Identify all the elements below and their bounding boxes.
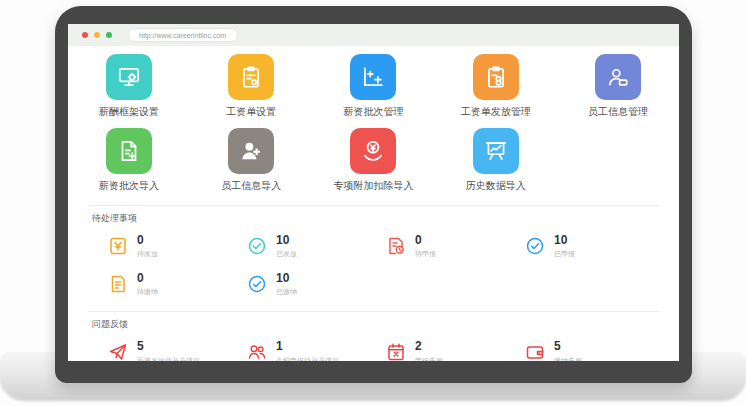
stat-count: 1 xyxy=(276,340,339,353)
stat-label: 待发放 xyxy=(137,249,158,259)
tile-label: 薪资批次管理 xyxy=(343,105,403,119)
screen: http://www.careerintlinc.com 薪酬框架设置 xyxy=(68,24,679,361)
tile-special-deduction-import[interactable]: 专项附加扣除导入 xyxy=(312,128,434,193)
tile-salary-batch-management[interactable]: 薪资批次管理 xyxy=(312,54,434,119)
stat-label: 待申报 xyxy=(415,249,436,259)
close-window-icon[interactable] xyxy=(82,32,88,38)
stat-count: 5 xyxy=(554,340,582,353)
tile-label: 员工信息导入 xyxy=(221,179,281,193)
tile-employee-info-management[interactable]: 员工信息管理 xyxy=(557,54,679,119)
maximize-window-icon[interactable] xyxy=(106,32,112,38)
monitor-gear-icon xyxy=(106,54,152,100)
stat-declared[interactable]: 10 已申报 xyxy=(525,234,664,259)
tax-hand-icon xyxy=(350,128,396,174)
tile-label: 历史数据导入 xyxy=(466,179,526,193)
yen-doc-icon xyxy=(108,236,128,256)
person-card-icon xyxy=(595,54,641,100)
stat-label: 待缴纳 xyxy=(137,287,158,297)
url-text: http://www.careerintlinc.com xyxy=(139,32,226,39)
stat-label: 薪资发放待补充信息 xyxy=(137,356,200,361)
feedback-section-title: 问题反馈 xyxy=(92,318,679,331)
wallet-icon xyxy=(525,342,545,361)
laptop-screen-bezel: http://www.careerintlinc.com 薪酬框架设置 xyxy=(55,6,692,383)
stat-label: 已申报 xyxy=(554,249,575,259)
check-circle-icon xyxy=(247,274,267,294)
stat-label: 已发放 xyxy=(276,249,297,259)
stat-label: 申报失败 xyxy=(415,356,443,361)
minimize-window-icon[interactable] xyxy=(94,32,100,38)
check-circle-icon xyxy=(247,236,267,256)
browser-bar: http://www.careerintlinc.com xyxy=(68,24,679,46)
tile-salary-framework-settings[interactable]: 薪酬框架设置 xyxy=(68,54,190,119)
stat-count: 0 xyxy=(137,234,158,247)
stat-tax-supplement-info[interactable]: 1 个税申报待补充信息 xyxy=(247,340,386,361)
stat-count: 10 xyxy=(276,234,297,247)
chart-board-icon xyxy=(473,128,519,174)
laptop-mockup: http://www.careerintlinc.com 薪酬框架设置 xyxy=(0,0,746,406)
tile-payslip-distribution-management[interactable]: 工资单发放管理 xyxy=(435,54,557,119)
section-divider xyxy=(88,311,659,312)
people-icon xyxy=(247,342,267,361)
stat-count: 10 xyxy=(554,234,575,247)
stat-pending-declaration[interactable]: 0 待申报 xyxy=(386,234,525,259)
stat-label: 缴纳失败 xyxy=(554,356,582,361)
tile-label: 工资单设置 xyxy=(226,105,276,119)
stat-count: 10 xyxy=(276,272,297,285)
tile-label: 员工信息管理 xyxy=(588,105,648,119)
stat-count: 0 xyxy=(415,234,436,247)
stat-pending-distribution[interactable]: 0 待发放 xyxy=(108,234,247,259)
section-divider xyxy=(88,205,659,206)
tile-label: 工资单发放管理 xyxy=(461,105,531,119)
stat-label: 个税申报待补充信息 xyxy=(276,356,339,361)
stat-count: 0 xyxy=(137,272,158,285)
paper-plane-icon xyxy=(108,342,128,361)
doc-lines-icon xyxy=(108,274,128,294)
stat-count: 2 xyxy=(415,340,443,353)
stat-declaration-failed[interactable]: 2 申报失败 xyxy=(386,340,525,361)
person-add-icon xyxy=(228,128,274,174)
stat-pending-payment[interactable]: 0 待缴纳 xyxy=(108,272,247,297)
tile-label: 专项附加扣除导入 xyxy=(333,179,413,193)
tile-salary-batch-import[interactable]: 薪资批次导入 xyxy=(68,128,190,193)
stat-payment-failed[interactable]: 5 缴纳失败 xyxy=(525,340,664,361)
clipboard-coins-icon xyxy=(473,54,519,100)
feedback-row: 5 薪资发放待补充信息 1 个税申报待补充信息 xyxy=(68,340,679,361)
pending-section-title: 待处理事项 xyxy=(92,212,679,225)
dashboard-content: 薪酬框架设置 工资单设置 xyxy=(68,46,679,361)
pending-row-2: 0 待缴纳 10 已缴纳 xyxy=(68,272,679,297)
tile-label: 薪资批次导入 xyxy=(99,179,159,193)
tile-history-data-import[interactable]: 历史数据导入 xyxy=(435,128,557,193)
pending-row-1: 0 待发放 10 已发放 xyxy=(68,234,679,259)
stat-count: 5 xyxy=(137,340,200,353)
check-circle-icon xyxy=(525,236,545,256)
stat-salary-supplement-info[interactable]: 5 薪资发放待补充信息 xyxy=(108,340,247,361)
url-field[interactable]: http://www.careerintlinc.com xyxy=(128,28,238,42)
stat-paid[interactable]: 10 已缴纳 xyxy=(247,272,386,297)
calendar-x-icon xyxy=(386,342,406,361)
doc-clock-icon xyxy=(386,236,406,256)
batch-chart-icon xyxy=(350,54,396,100)
stat-label: 已缴纳 xyxy=(276,287,297,297)
tile-payslip-settings[interactable]: 工资单设置 xyxy=(190,54,312,119)
app-tile-row-2: 薪资批次导入 员工信息导入 xyxy=(68,128,679,193)
doc-plus-icon xyxy=(106,128,152,174)
tile-label: 薪酬框架设置 xyxy=(99,105,159,119)
stat-distributed[interactable]: 10 已发放 xyxy=(247,234,386,259)
tile-employee-info-import[interactable]: 员工信息导入 xyxy=(190,128,312,193)
app-tile-row-1: 薪酬框架设置 工资单设置 xyxy=(68,54,679,119)
clipboard-gear-icon xyxy=(228,54,274,100)
